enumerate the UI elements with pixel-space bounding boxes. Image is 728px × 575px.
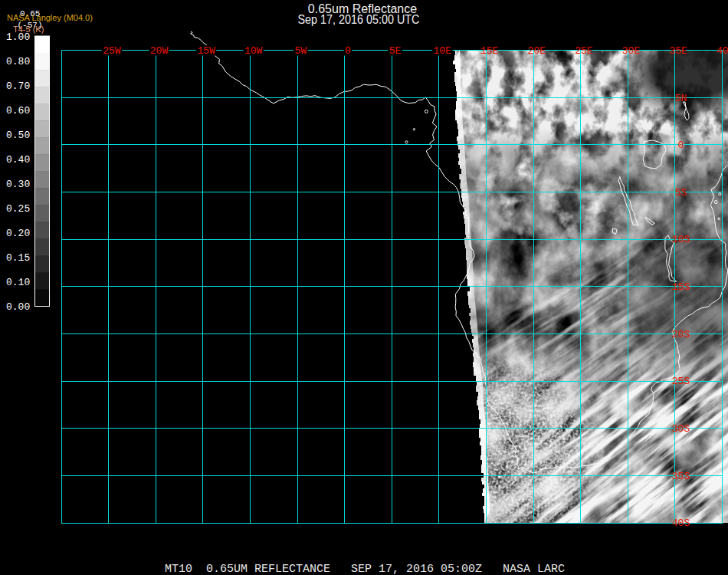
svg-text:MT10 0.65UM REFLECTANCE SEP: MT10 0.65UM REFLECTANCE SEP 17, 2016 05:…: [165, 563, 565, 575]
svg-text:10S: 10S: [672, 234, 690, 245]
svg-text:40S: 40S: [672, 518, 690, 529]
svg-text:10E: 10E: [433, 45, 451, 57]
svg-text:Sep 17, 2016 05:00 UTC: Sep 17, 2016 05:00 UTC: [298, 13, 420, 26]
svg-text:0.30: 0.30: [6, 179, 30, 190]
svg-text:15S: 15S: [672, 281, 690, 293]
svg-text:T4-5 (K): T4-5 (K): [13, 25, 44, 34]
svg-text:0: 0: [345, 45, 351, 57]
svg-text:0.80: 0.80: [6, 56, 30, 67]
svg-text:35S: 35S: [672, 471, 690, 482]
svg-text:NASA Langley (M04.0): NASA Langley (M04.0): [7, 13, 93, 22]
svg-text:0.50: 0.50: [6, 130, 30, 141]
svg-text:35E: 35E: [669, 45, 687, 57]
svg-text:5E: 5E: [389, 45, 402, 57]
svg-text:15W: 15W: [197, 45, 215, 57]
svg-text:30E: 30E: [622, 45, 641, 57]
svg-text:0.60: 0.60: [6, 105, 30, 117]
svg-text:30S: 30S: [672, 423, 690, 435]
svg-text:0.25: 0.25: [6, 203, 30, 215]
svg-text:25W: 25W: [103, 45, 121, 57]
svg-text:0.00: 0.00: [6, 301, 30, 313]
svg-text:10W: 10W: [244, 45, 263, 57]
svg-text:5W: 5W: [294, 45, 307, 57]
svg-text:5N: 5N: [675, 93, 687, 104]
svg-text:25S: 25S: [672, 376, 690, 387]
svg-text:0.10: 0.10: [6, 277, 30, 288]
svg-text:0.20: 0.20: [6, 228, 30, 239]
svg-text:0.70: 0.70: [6, 80, 30, 92]
svg-text:20E: 20E: [528, 45, 546, 57]
svg-text:0: 0: [678, 140, 684, 151]
svg-text:20W: 20W: [150, 45, 169, 57]
svg-text:15E: 15E: [480, 45, 499, 57]
svg-text:5S: 5S: [675, 187, 687, 199]
svg-text:20S: 20S: [672, 329, 690, 340]
svg-text:0.40: 0.40: [6, 154, 30, 166]
svg-text:0.15: 0.15: [6, 252, 30, 264]
svg-text:25E: 25E: [575, 45, 593, 57]
svg-text:40E: 40E: [717, 45, 728, 57]
